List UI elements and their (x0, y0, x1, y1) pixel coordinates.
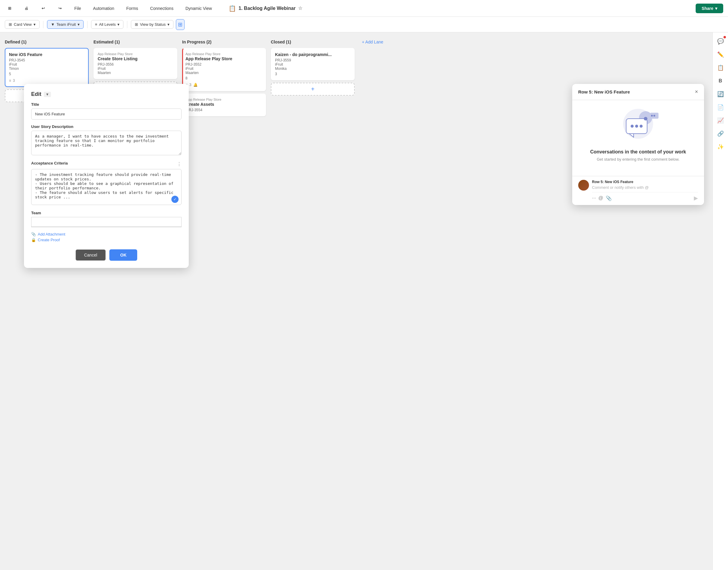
title-input[interactable] (31, 108, 181, 119)
add-attachment-link[interactable]: 📎 Add Attachment (31, 232, 181, 237)
filter-button[interactable]: ▼ Team iFruit ▾ (47, 20, 84, 29)
menu-connections[interactable]: Connections (148, 5, 176, 12)
team-input[interactable] (31, 217, 181, 227)
attachment-icon[interactable]: 📎 (606, 195, 612, 201)
card-title: New iOS Feature (9, 52, 84, 57)
card-id: PRJ-3556 (98, 62, 173, 66)
card-team: iFruit (275, 62, 351, 66)
card-id: PRJ-3545 (9, 58, 84, 62)
card-team: iFruit (186, 66, 262, 71)
card-num: 3 (275, 72, 351, 76)
list-icon: ≡ (95, 22, 97, 27)
description-textarea[interactable]: As a manager, I want to have access to t… (31, 131, 181, 155)
lane-in-progress-header: In Progress (2) (182, 37, 266, 48)
lane-closed-header: Closed (1) (271, 37, 355, 48)
card-view-button[interactable]: ⊞ Card View ▾ (5, 20, 40, 29)
sidebar-link-icon[interactable]: 🔗 (715, 128, 726, 139)
more-icon[interactable]: ··· (592, 195, 596, 201)
grid-icon: ⊞ (135, 22, 138, 27)
menu-file[interactable]: File (72, 5, 84, 12)
send-button[interactable]: ▶ (694, 195, 698, 201)
separator2 (87, 21, 87, 28)
proof-icon: 🔒 (31, 238, 36, 242)
acceptance-textarea[interactable]: - The investment tracking feature should… (31, 169, 181, 205)
star-icon[interactable]: ☆ (298, 5, 302, 11)
footer-count: 3 (13, 78, 15, 83)
card-subtitle: App Release Play Store (186, 52, 262, 56)
team-label: Team (31, 211, 181, 215)
user-avatar (578, 180, 589, 191)
modal-actions: Cancel OK (31, 249, 181, 261)
lane-estimated-header: Estimated (1) (93, 37, 177, 48)
sidebar-bold-icon[interactable]: B (715, 75, 726, 86)
check-icon: ✓ (171, 196, 178, 203)
comments-title: Row 5: New iOS Feature (578, 89, 630, 94)
card-user: Maarten (98, 71, 173, 75)
comment-box: Row 5: New iOS Feature Comment or notify… (592, 180, 698, 201)
close-button[interactable]: × (695, 89, 698, 95)
card-id: PRJ-3552 (186, 62, 262, 66)
sidebar-ai-icon[interactable]: ✨ (715, 141, 726, 152)
card-create-store-listing[interactable]: App Release Play Store Create Store List… (93, 48, 177, 79)
card-id: PRJ-3554 (187, 108, 262, 112)
card-team: iFruit (98, 66, 173, 71)
svg-point-3 (631, 125, 634, 128)
sidebar-edit-icon[interactable]: ✏️ (715, 49, 726, 60)
grid-view-button[interactable]: ⊞ (176, 19, 185, 30)
modal-badge[interactable]: ▼ (44, 92, 51, 97)
mention-icon[interactable]: @ (598, 195, 603, 201)
undo-icon[interactable]: ↩ (38, 4, 48, 13)
share-button[interactable]: Share ▾ (696, 4, 723, 13)
attachment-icon: 📎 (31, 232, 36, 237)
separator (43, 21, 43, 28)
list-icon: ≡ (9, 78, 11, 83)
card-user: Timon (9, 66, 84, 71)
card-new-ios-feature[interactable]: New iOS Feature PRJ-3545 iFruit Timon 5 … (5, 48, 89, 87)
add-lane-button[interactable]: + Add Lane (360, 37, 386, 565)
sidebar-clipboard-icon[interactable]: 📋 (715, 62, 726, 73)
sidebar-chart-icon[interactable]: 📈 (715, 115, 726, 126)
card-title: Kaizen - do pairprogrammi... (275, 52, 351, 57)
card-subtitle: App Release Play Store (187, 98, 262, 101)
card-id: PRJ-3559 (275, 58, 351, 62)
sidebar-chat-icon[interactable]: 💬 (715, 36, 726, 47)
sidebar-document-icon[interactable]: 📄 (715, 102, 726, 113)
team-field-section: Team (31, 211, 181, 227)
tablet-icon: 📋 (229, 5, 236, 12)
card-footer: ≡ 3 (9, 78, 84, 83)
comment-placeholder: Comment or notify others with @ (592, 185, 698, 190)
comment-label: Row 5: New iOS Feature (592, 180, 698, 184)
comments-modal: Row 5: New iOS Feature × Conversations i… (572, 84, 704, 205)
acceptance-field-header: Acceptance Criteria ⋮ (31, 161, 181, 167)
card-subtitle: App Release Play Store (98, 52, 173, 56)
grid-icon[interactable]: ⊞ (5, 4, 14, 13)
cancel-button[interactable]: Cancel (75, 249, 106, 261)
redo-icon[interactable]: ↪ (55, 4, 65, 13)
svg-point-9 (653, 115, 655, 116)
filter-icon: ▼ (51, 22, 55, 27)
edit-modal: Edit ▼ Title User Story Description As a… (24, 84, 189, 268)
menu-forms[interactable]: Forms (124, 5, 140, 12)
view-by-status-button[interactable]: ⊞ View by Status ▾ (131, 20, 173, 29)
print-icon[interactable]: 🖨 (22, 4, 31, 13)
card-user: Monika (275, 66, 351, 71)
comments-body: Conversations in the context of your wor… (572, 100, 704, 176)
card-title: App Release Play Store (186, 56, 262, 61)
card-title: Create Assets (187, 102, 262, 107)
acceptance-label: Acceptance Criteria (31, 161, 68, 166)
ok-button[interactable]: OK (109, 249, 137, 261)
card-create-assets[interactable]: App Release Play Store Create Assets PRJ… (182, 93, 266, 116)
menu-dynamic-view[interactable]: Dynamic View (183, 5, 214, 12)
sidebar-history-icon[interactable]: 🔄 (715, 89, 726, 99)
add-card-closed[interactable]: + (271, 83, 355, 95)
menu-automation[interactable]: Automation (91, 5, 117, 12)
card-kaizen[interactable]: Kaizen - do pairprogrammi... PRJ-3559 iF… (271, 48, 355, 80)
create-proof-link[interactable]: 🔒 Create Proof (31, 238, 181, 242)
acceptance-field-section: Acceptance Criteria ⋮ - The investment t… (31, 161, 181, 206)
card-user: Maarten (186, 71, 262, 75)
card-app-release[interactable]: App Release Play Store App Release Play … (182, 48, 266, 91)
more-options-icon[interactable]: ⋮ (177, 161, 181, 167)
lane-closed-content: Kaizen - do pairprogrammi... PRJ-3559 iF… (271, 48, 355, 95)
levels-button[interactable]: ≡ All Levels ▾ (91, 20, 123, 29)
comment-input-row: Row 5: New iOS Feature Comment or notify… (572, 176, 704, 205)
